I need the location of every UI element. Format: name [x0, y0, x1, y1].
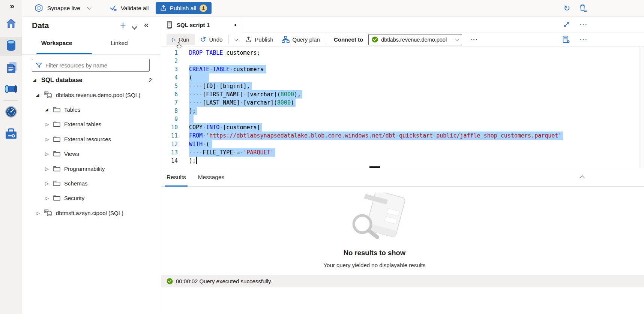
code-line-13: 13····FILE_TYPE·=·'PARQUET' [161, 148, 644, 157]
folder-icon [53, 166, 60, 172]
run-options-chevron-icon[interactable] [234, 37, 239, 41]
editor-toolbar: ▷ Run ↺ Undo Publish Query plan Conne [161, 33, 644, 46]
unsaved-changes-dot: ● [234, 22, 237, 27]
expand-twisty-icon[interactable]: ▷ [45, 151, 51, 157]
expand-twisty-icon[interactable]: ▷ [45, 181, 51, 186]
manage-hub-icon[interactable] [5, 128, 17, 141]
editor-scrollbar[interactable] [639, 47, 644, 168]
resource-tree: ◢SQL database2◢dbtlabs.revenue.demo.pool… [22, 73, 161, 220]
tab-sql-script-1[interactable]: SQL script 1 ● [161, 16, 243, 33]
expand-twisty-icon[interactable]: ▷ [36, 210, 42, 216]
text-selection: FROM·'https://dbtlabsynapsedatalake.blob… [189, 132, 563, 140]
publish-button[interactable]: Publish [245, 36, 273, 43]
empty-results-title: No results to show [161, 249, 588, 257]
monitor-hub-icon[interactable] [5, 106, 17, 119]
text-selection: ····[ID]·[bigint], [189, 82, 252, 90]
refresh-icon[interactable]: ↻ [563, 4, 570, 12]
filter-funnel-icon [36, 63, 42, 68]
panel-title: Data [32, 21, 49, 30]
database-icon [44, 209, 52, 217]
expand-twisty-icon[interactable]: ▷ [45, 166, 51, 172]
validate-all-label: Validate all [121, 5, 149, 12]
code-line-12: 12WITH·( [161, 140, 644, 148]
develop-hub-icon[interactable] [6, 61, 17, 75]
text-selection: WITH·( [189, 140, 212, 148]
results-panel: Results Messages [161, 168, 644, 314]
collapse-all-icon[interactable] [133, 25, 136, 29]
editor-tab-title: SQL script 1 [177, 22, 210, 28]
collapse-twisty-icon[interactable]: ◢ [33, 78, 39, 82]
add-resource-icon[interactable]: + [120, 19, 126, 31]
tab-linked[interactable]: Linked [111, 40, 128, 46]
collapse-twisty-icon[interactable]: ◢ [36, 93, 42, 97]
chevron-down-icon[interactable] [87, 5, 91, 9]
tree-item-label: Programmability [64, 166, 105, 172]
collapse-twisty-icon[interactable]: ◢ [45, 107, 51, 112]
top-command-bar: Synapse live Validate all Publish all 1 … [22, 0, 644, 16]
synapse-studio-window: » Synapse live Validate all [0, 0, 644, 314]
data-hub-icon[interactable] [6, 40, 16, 53]
collapse-results-icon[interactable] [580, 175, 584, 181]
data-explorer-panel: Data + « Workspace Linked ◢SQL database2… [22, 16, 161, 314]
tree-item-views[interactable]: ▷Views [22, 147, 161, 161]
toolbar-more-icon[interactable]: ··· [470, 36, 478, 43]
tree-item-label: dbtmsft.azsyn.cipool (SQL) [56, 210, 123, 216]
filter-box[interactable] [32, 59, 150, 72]
expand-twisty-icon[interactable]: ▷ [45, 195, 51, 201]
undo-label: Undo [209, 36, 222, 43]
query-plan-button[interactable]: Query plan [282, 36, 320, 43]
run-button[interactable]: ▷ Run [167, 34, 195, 45]
code-line-3: 3CREATE·TABLE·customers [161, 65, 644, 73]
publish-all-button[interactable]: Publish all 1 [156, 2, 212, 14]
tree-item-external-resources[interactable]: ▷External resources [22, 132, 161, 147]
tree-item-programmability[interactable]: ▷Programmability [22, 161, 161, 176]
connection-dropdown[interactable]: dbtlabs.revenue.demo.pool [368, 34, 462, 45]
undo-button[interactable]: ↺ Undo [200, 36, 223, 43]
tree-item-security[interactable]: ▷Security [22, 191, 161, 205]
line-number: 11 [161, 132, 178, 140]
line-number: 8 [161, 107, 178, 115]
discard-all-icon[interactable] [579, 4, 587, 13]
tree-item-schemas[interactable]: ▷Schemas [22, 176, 161, 191]
tab-results[interactable]: Results [165, 168, 188, 187]
connect-to-label: Connect to [334, 36, 363, 43]
folder-icon [53, 151, 60, 157]
expand-twisty-icon[interactable]: ▷ [45, 121, 51, 127]
expand-twisty-icon[interactable]: ▷ [45, 136, 51, 142]
connected-check-icon [372, 36, 378, 43]
sql-code-editor[interactable]: 1DROP TABLE customers;23CREATE·TABLE·cus… [161, 47, 644, 168]
tree-item-external-tables[interactable]: ▷External tables [22, 117, 161, 132]
code-line-7: 7····[LAST_NAME]·[varchar](8000) [161, 99, 644, 107]
validate-all-button[interactable]: Validate all [110, 4, 149, 12]
script-document-icon [166, 21, 173, 29]
integrate-hub-icon[interactable] [5, 84, 18, 96]
more-actions-icon[interactable]: ··· [580, 21, 588, 28]
filter-input[interactable] [45, 62, 146, 69]
text-selection: ( [189, 73, 209, 82]
editor-more-icon[interactable]: ··· [580, 36, 588, 43]
tab-messages[interactable]: Messages [197, 168, 226, 187]
properties-icon[interactable] [562, 36, 570, 43]
tree-item-dbtmsft-azsyn-cipool-sql[interactable]: ▷dbtmsft.azsyn.cipool (SQL) [22, 206, 161, 220]
tree-item-label: Security [64, 195, 84, 201]
tree-item-dbtlabs-revenue-demo-pool-sql[interactable]: ◢dbtlabs.revenue.demo.pool (SQL) [22, 87, 161, 102]
text-cursor [196, 157, 197, 164]
code-line-1: 1DROP TABLE customers; [161, 49, 644, 57]
rail-divider [4, 100, 18, 101]
synapse-live-icon [35, 4, 43, 12]
expand-editor-icon[interactable] [563, 21, 570, 28]
code-line-11: 11FROM·'https://dbtlabsynapsedatalake.bl… [161, 132, 644, 140]
collapse-panel-icon[interactable]: « [144, 20, 149, 30]
play-icon: ▷ [172, 37, 176, 42]
dropdown-chevron-icon[interactable] [455, 37, 459, 41]
tree-item-tables[interactable]: ◢Tables [22, 102, 161, 117]
branch-mode-selector[interactable]: Synapse live [47, 5, 80, 12]
expand-rail-icon[interactable]: » [10, 1, 14, 11]
home-icon[interactable] [6, 18, 17, 30]
active-tab-underline [36, 53, 92, 54]
toolbar-divider [228, 35, 229, 44]
tree-item-sql-database[interactable]: ◢SQL database2 [22, 73, 161, 87]
tab-workspace[interactable]: Workspace [41, 40, 72, 46]
text-selection: ····[FIRST_NAME]·[varchar](8000), [189, 90, 302, 99]
line-number: 9 [161, 115, 178, 123]
